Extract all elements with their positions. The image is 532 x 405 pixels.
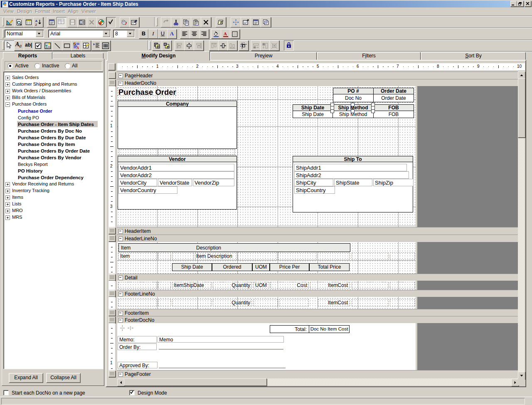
svg-text:Z: Z	[35, 22, 37, 26]
svg-text:A: A	[224, 31, 227, 36]
svg-text:A: A	[76, 45, 79, 49]
svg-text:?: ?	[125, 21, 127, 25]
